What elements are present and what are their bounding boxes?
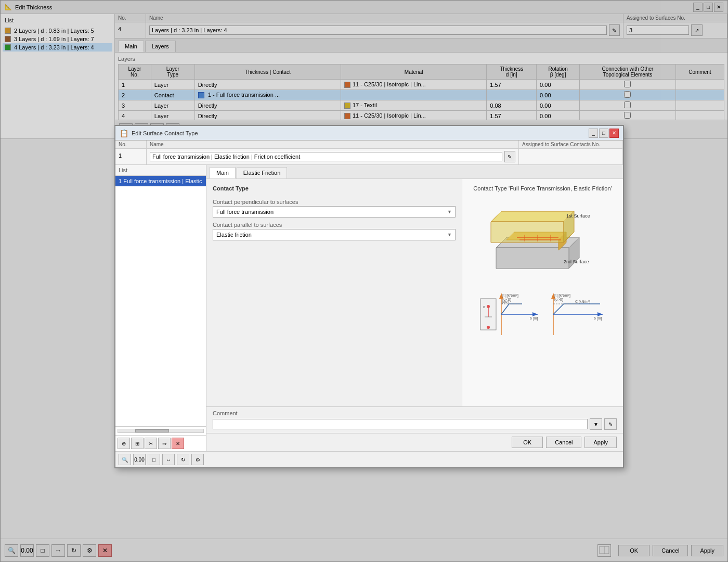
modal-ok-button[interactable]: OK: [512, 437, 543, 448]
contact-type-header: Contact Type: [213, 185, 456, 191]
modal-title-left: 📋 Edit Surface Contact Type: [120, 129, 198, 137]
modal-tabs: Main Elastic Friction: [206, 165, 623, 179]
perp-value: Full force transmission: [216, 209, 274, 215]
illustration-graph-diagram: σ: [475, 283, 610, 351]
illustration-panel: Contact Type 'Full Force Transmission, E…: [462, 179, 623, 406]
perp-dropdown[interactable]: Full force transmission ▼: [213, 206, 456, 218]
modal-tab-main[interactable]: Main: [210, 167, 236, 178]
svg-marker-4: [496, 248, 569, 269]
modal-assigned-group: Assigned to Surface Contacts No.: [519, 140, 623, 164]
modal-title-text: Edit Surface Contact Type: [132, 130, 198, 136]
modal-dialog: 📋 Edit Surface Contact Type _ □ ✕ No. 1 …: [114, 125, 624, 468]
modal-close-button[interactable]: ✕: [609, 129, 619, 138]
svg-text:δ [m]: δ [m]: [530, 316, 538, 321]
sidebar-add-button[interactable]: ⊕: [118, 438, 130, 449]
modal-sidebar-item-1[interactable]: 1 Full force transmission | Elastic: [115, 176, 206, 186]
modal-cancel-button[interactable]: Cancel: [546, 437, 581, 448]
modal-header-fields: No. 1 Name ✎ Assigned to Surface Contact…: [115, 140, 623, 165]
svg-text:|τ| [kN/m²]: |τ| [kN/m²]: [554, 293, 570, 298]
svg-text:(σ<0): (σ<0): [502, 298, 511, 302]
comment-dropdown-button[interactable]: ▼: [590, 418, 602, 430]
modal-value-tool[interactable]: 0.00: [133, 454, 146, 465]
perp-label: Contact perpendicular to surfaces: [213, 199, 456, 205]
modal-sidebar-spacer: [115, 186, 206, 426]
svg-marker-26: [532, 312, 538, 316]
sidebar-delete-button[interactable]: ✕: [172, 438, 184, 449]
svg-marker-9: [491, 222, 564, 242]
perp-arrow-icon: ▼: [447, 209, 452, 214]
modal-controls: _ □ ✕: [589, 129, 619, 138]
illustration-title: Contact Type 'Full Force Transmission, E…: [473, 185, 612, 191]
comment-edit-button[interactable]: ✎: [604, 418, 617, 430]
sidebar-copy-button[interactable]: ⊞: [131, 438, 144, 449]
sidebar-cut-button[interactable]: ✂: [145, 438, 157, 449]
modal-body: List 1 Full force transmission | Elastic…: [115, 165, 623, 451]
parallel-dropdown[interactable]: Elastic friction ▼: [213, 229, 456, 240]
modal-content-area: Contact Type Contact perpendicular to su…: [206, 179, 623, 406]
modal-tools-bar: 🔍 0.00 □ ↔ ↻ ⚙: [115, 451, 623, 467]
modal-name-label: Name: [147, 140, 518, 149]
modal-icon: 📋: [120, 129, 128, 137]
modal-name-group: Name ✎: [147, 140, 519, 164]
modal-rotate-tool[interactable]: ↻: [177, 454, 189, 465]
modal-minimize-button[interactable]: _: [589, 129, 598, 138]
comment-input[interactable]: [213, 419, 588, 429]
comment-label: Comment: [213, 410, 617, 416]
modal-assigned-label: Assigned to Surface Contacts No.: [519, 140, 622, 149]
modal-tab-elastic[interactable]: Elastic Friction: [237, 167, 288, 178]
svg-marker-7: [491, 211, 574, 222]
perp-section: Contact perpendicular to surfaces Full f…: [213, 199, 456, 218]
parallel-arrow-icon: ▼: [447, 232, 452, 237]
svg-point-21: [487, 326, 490, 329]
parallel-label: Contact parallel to surfaces: [213, 222, 456, 228]
modal-name-input[interactable]: [150, 152, 502, 161]
contact-panel: Contact Type Contact perpendicular to su…: [206, 179, 462, 406]
modal-assigned-value: [519, 149, 622, 162]
modal-no-label: No.: [115, 140, 146, 149]
svg-text:1st Surface: 1st Surface: [566, 213, 590, 219]
modal-overlay: 📋 Edit Surface Contact Type _ □ ✕ No. 1 …: [0, 0, 728, 562]
modal-no-group: No. 1: [115, 140, 147, 164]
modal-name-edit-button[interactable]: ✎: [504, 151, 515, 162]
svg-text:(σ>0): (σ>0): [554, 298, 563, 302]
modal-gear-tool[interactable]: ⚙: [191, 454, 204, 465]
modal-hscrollbar-thumb: [135, 429, 170, 432]
parallel-section: Contact parallel to surfaces Elastic fri…: [213, 222, 456, 240]
modal-sidebar-header: List: [115, 165, 206, 176]
svg-text:σ: σ: [483, 305, 486, 309]
modal-no-value: 1: [115, 149, 146, 162]
illustration-3d-diagram: 1st Surface 2nd Surface: [475, 196, 610, 279]
modal-apply-button[interactable]: Apply: [584, 437, 617, 448]
modal-main: Main Elastic Friction Contact Type Conta…: [206, 165, 623, 451]
modal-sidebar: List 1 Full force transmission | Elastic…: [115, 165, 206, 451]
modal-arrow-tool[interactable]: ↔: [162, 454, 175, 465]
svg-text:C [kN/m³]: C [kN/m³]: [575, 300, 591, 304]
svg-point-20: [487, 305, 490, 308]
svg-text:2nd Surface: 2nd Surface: [564, 259, 589, 264]
parallel-value: Elastic friction: [216, 232, 252, 238]
svg-marker-35: [597, 312, 603, 316]
modal-hscrollbar[interactable]: [118, 429, 204, 433]
svg-text:δ [m]: δ [m]: [594, 316, 602, 321]
comment-section: Comment ▼ ✎: [206, 406, 623, 433]
modal-titlebar: 📋 Edit Surface Contact Type _ □ ✕: [115, 126, 623, 140]
modal-maximize-button[interactable]: □: [599, 129, 608, 138]
modal-name-row: ✎: [147, 149, 518, 164]
sidebar-paste-button[interactable]: ⇒: [158, 438, 171, 449]
modal-select-tool[interactable]: □: [148, 454, 160, 465]
modal-sidebar-bottom: ⊕ ⊞ ✂ ⇒ ✕: [115, 435, 206, 451]
modal-search-tool[interactable]: 🔍: [119, 454, 131, 465]
svg-text:|τ| [kN/m²]: |τ| [kN/m²]: [502, 293, 518, 298]
modal-footer: OK Cancel Apply: [206, 433, 623, 451]
comment-input-row: ▼ ✎: [213, 418, 617, 430]
